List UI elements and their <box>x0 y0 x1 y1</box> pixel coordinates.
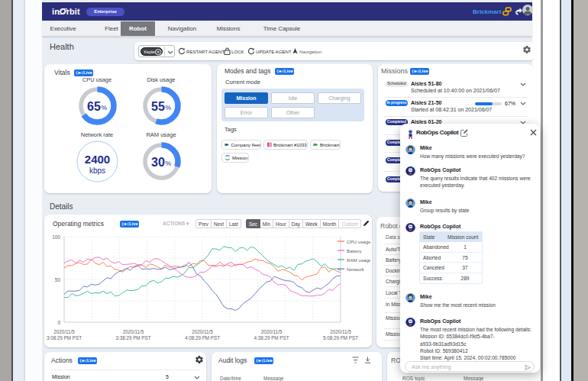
svg-text:3:08:29 PM PST: 3:08:29 PM PST <box>47 335 82 341</box>
svg-text:RAM usage: RAM usage <box>347 257 370 263</box>
svg-text:55: 55 <box>151 100 165 113</box>
svg-text:%: % <box>166 160 172 167</box>
svg-text:Network: Network <box>347 266 365 272</box>
svg-text:%: % <box>102 104 108 111</box>
svg-text:30: 30 <box>151 156 165 169</box>
svg-text:0: 0 <box>57 320 60 325</box>
svg-text:2020/11/5: 2020/11/5 <box>330 329 351 334</box>
svg-text:%: % <box>166 104 172 111</box>
svg-text:3:38:29 PM PST: 3:38:29 PM PST <box>115 335 150 341</box>
svg-text:2020/11/5: 2020/11/5 <box>123 329 144 334</box>
svg-text:4:38:29 PM PST: 4:38:29 PM PST <box>254 335 289 341</box>
svg-text:5:08:29 PM PST: 5:08:29 PM PST <box>323 335 358 341</box>
svg-text:2020/11/5: 2020/11/5 <box>53 329 75 334</box>
svg-text:50: 50 <box>55 277 61 283</box>
svg-text:2020/11/5: 2020/11/5 <box>261 329 283 334</box>
svg-text:2020/11/5: 2020/11/5 <box>192 329 213 334</box>
svg-text:100: 100 <box>52 234 60 240</box>
svg-text:Battery: Battery <box>347 248 363 253</box>
svg-text:CPU usage: CPU usage <box>347 239 370 244</box>
svg-text:4:08:29 PM PST: 4:08:29 PM PST <box>185 335 220 341</box>
svg-text:kbps: kbps <box>89 166 105 175</box>
svg-text:2400: 2400 <box>85 153 110 166</box>
svg-text:65: 65 <box>87 100 101 113</box>
